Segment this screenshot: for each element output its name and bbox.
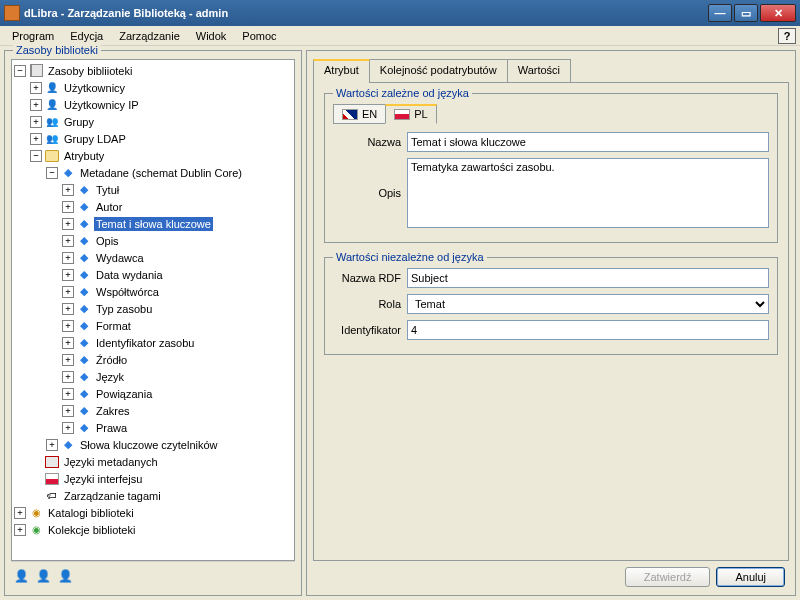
id-input[interactable] [407, 320, 769, 340]
zatwierdz-button[interactable]: Zatwierdź [625, 567, 711, 587]
catalog-icon [29, 507, 43, 519]
tree-item[interactable]: Język [94, 370, 126, 384]
expander-icon[interactable]: + [62, 405, 74, 417]
tree-item[interactable]: Format [94, 319, 133, 333]
nazwa-label: Nazwa [333, 136, 407, 148]
diamond-icon [77, 184, 91, 196]
expander-icon[interactable]: + [62, 388, 74, 400]
rdf-input[interactable] [407, 268, 769, 288]
menu-edycja[interactable]: Edycja [62, 28, 111, 44]
fieldset-lang-independent: Wartości niezależne od języka Nazwa RDF … [324, 257, 778, 355]
tab-wartosci[interactable]: Wartości [507, 59, 571, 83]
tree-item[interactable]: Grupy [62, 115, 96, 129]
tree-item[interactable]: Powiązania [94, 387, 154, 401]
remove-person-icon[interactable]: 👤 [57, 568, 73, 584]
expander-icon[interactable]: + [62, 303, 74, 315]
expander-icon[interactable]: + [14, 524, 26, 536]
expander-icon[interactable]: + [62, 201, 74, 213]
tree-item[interactable]: Języki interfejsu [62, 472, 144, 486]
tree-item[interactable]: Katalogi biblioteki [46, 506, 136, 520]
nazwa-input[interactable] [407, 132, 769, 152]
expander-icon[interactable]: + [62, 354, 74, 366]
lang-tab-pl[interactable]: PL [385, 104, 436, 124]
expander-icon[interactable]: − [46, 167, 58, 179]
window-titlebar: dLibra - Zarządzanie Biblioteką - admin … [0, 0, 800, 26]
diamond-icon [77, 252, 91, 264]
flag-icon [45, 456, 59, 468]
tree-item[interactable]: Typ zasobu [94, 302, 154, 316]
add-person-icon[interactable]: 👤 [35, 568, 51, 584]
tree-item[interactable]: Autor [94, 200, 124, 214]
collection-icon [29, 524, 43, 536]
app-icon [4, 5, 20, 21]
menu-bar: Program Edycja Zarządzanie Widok Pomoc ? [0, 26, 800, 46]
tree-item[interactable]: Współtwórca [94, 285, 161, 299]
expander-icon[interactable]: + [62, 235, 74, 247]
rola-select[interactable]: Temat [407, 294, 769, 314]
users-icon [45, 82, 59, 94]
window-close-button[interactable]: ✕ [760, 4, 796, 22]
tree-item[interactable]: Tytuł [94, 183, 121, 197]
tree-root[interactable]: Zasoby bibliioteki [46, 64, 134, 78]
resources-panel-title: Zasoby biblioteki [13, 44, 101, 56]
lang-tab-en[interactable]: EN [333, 104, 386, 124]
tree-item[interactable]: Źródło [94, 353, 129, 367]
tree-item[interactable]: Wydawca [94, 251, 146, 265]
menu-pomoc[interactable]: Pomoc [234, 28, 284, 44]
expander-icon[interactable]: − [30, 150, 42, 162]
diamond-icon [61, 439, 75, 451]
tree-item[interactable]: Data wydania [94, 268, 165, 282]
expander-icon[interactable]: + [62, 337, 74, 349]
expander-icon[interactable]: + [62, 371, 74, 383]
expander-icon[interactable]: + [62, 422, 74, 434]
tree-item[interactable]: Użytkownicy [62, 81, 127, 95]
diamond-icon [77, 388, 91, 400]
diamond-icon [77, 286, 91, 298]
tab-kolejnosc[interactable]: Kolejność podatrybutów [369, 59, 508, 83]
tree-item[interactable]: Opis [94, 234, 121, 248]
flag-en-icon [342, 109, 358, 120]
expander-icon[interactable]: + [30, 116, 42, 128]
tree-item[interactable]: Prawa [94, 421, 129, 435]
tree-item-selected[interactable]: Temat i słowa kluczowe [94, 217, 213, 231]
person-icon[interactable]: 👤 [13, 568, 29, 584]
tree-item[interactable]: Kolekcje biblioteki [46, 523, 137, 537]
tree-item[interactable]: Grupy LDAP [62, 132, 128, 146]
window-maximize-button[interactable]: ▭ [734, 4, 758, 22]
help-icon[interactable]: ? [778, 28, 796, 44]
expander-icon[interactable]: + [62, 269, 74, 281]
tree-item[interactable]: Języki metadanych [62, 455, 160, 469]
tree-item[interactable]: Użytkownicy IP [62, 98, 141, 112]
menu-program[interactable]: Program [4, 28, 62, 44]
expander-icon[interactable]: + [30, 133, 42, 145]
expander-icon[interactable]: + [46, 439, 58, 451]
tree-item[interactable]: Metadane (schemat Dublin Core) [78, 166, 244, 180]
opis-textarea[interactable] [407, 158, 769, 228]
tab-atrybut[interactable]: Atrybut [313, 59, 370, 83]
expander-icon[interactable]: − [14, 65, 26, 77]
window-minimize-button[interactable]: — [708, 4, 732, 22]
expander-icon[interactable]: + [62, 252, 74, 264]
expander-icon[interactable]: + [62, 286, 74, 298]
diamond-icon [77, 235, 91, 247]
diamond-icon [77, 303, 91, 315]
tree-item[interactable]: Atrybuty [62, 149, 106, 163]
menu-zarzadzanie[interactable]: Zarządzanie [111, 28, 188, 44]
window-title: dLibra - Zarządzanie Biblioteką - admin [24, 7, 708, 19]
tree-item[interactable]: Zakres [94, 404, 132, 418]
expander-icon[interactable]: + [62, 218, 74, 230]
tree-item[interactable]: Identyfikator zasobu [94, 336, 196, 350]
expander-icon[interactable]: + [14, 507, 26, 519]
expander-icon[interactable]: + [30, 99, 42, 111]
resources-tree[interactable]: −Zasoby bibliioteki +Użytkownicy +Użytko… [11, 59, 295, 561]
diamond-icon [77, 422, 91, 434]
flag-pl-icon [394, 109, 410, 120]
tree-item[interactable]: Zarządzanie tagami [62, 489, 163, 503]
expander-icon[interactable]: + [62, 184, 74, 196]
tree-item[interactable]: Słowa kluczowe czytelników [78, 438, 220, 452]
anuluj-button[interactable]: Anuluj [716, 567, 785, 587]
menu-widok[interactable]: Widok [188, 28, 235, 44]
resources-panel: Zasoby biblioteki −Zasoby bibliioteki +U… [4, 50, 302, 596]
expander-icon[interactable]: + [62, 320, 74, 332]
expander-icon[interactable]: + [30, 82, 42, 94]
